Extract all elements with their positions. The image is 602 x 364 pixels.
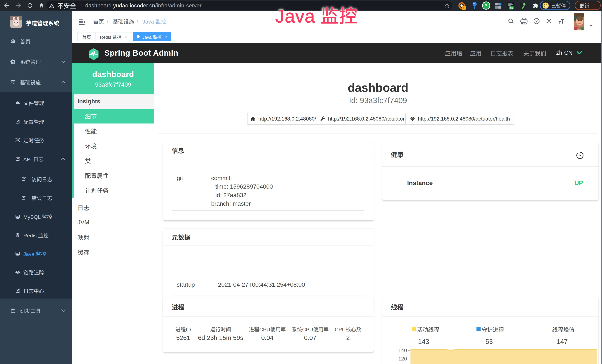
svg-text:140: 140 — [398, 347, 407, 353]
svg-text:120: 120 — [398, 356, 407, 362]
